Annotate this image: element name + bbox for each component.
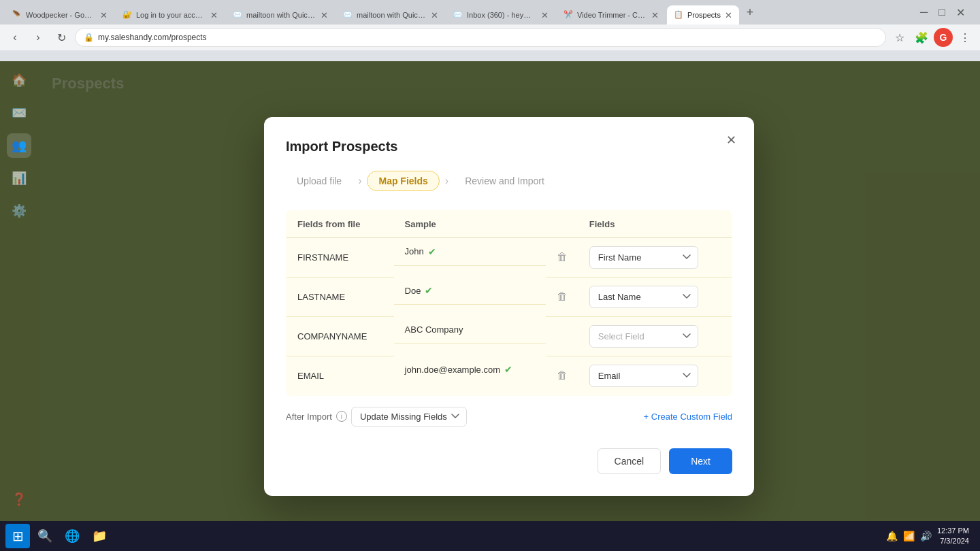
create-custom-field-link[interactable]: + Create Custom Field xyxy=(644,412,732,422)
field-select-cell-3: First NameLast NameEmailCompanyPhone xyxy=(578,356,732,395)
next-button[interactable]: Next xyxy=(669,448,732,474)
table-row: LASTNAMEDoe ✔🗑First NameLast NameEmailCo… xyxy=(287,277,732,316)
tab-label: Inbox (360) - hey@m... xyxy=(467,11,537,19)
more-options-icon[interactable]: ⋮ xyxy=(956,28,975,47)
table-row: COMPANYNAMEABC CompanySelect FieldFirst … xyxy=(287,316,732,356)
new-tab-button[interactable]: + xyxy=(740,3,760,22)
taskbar-search[interactable]: 🔍 xyxy=(33,524,57,548)
field-name-3: EMAIL xyxy=(287,356,394,395)
tab-t6[interactable]: ✂️ Video Trimmer - Cut... ✕ xyxy=(557,5,666,24)
step-map: Map Fields xyxy=(367,171,439,191)
tab-label: Woodpecker - Goog... xyxy=(26,11,96,19)
profile-icon[interactable]: G xyxy=(934,28,953,47)
tab-t1[interactable]: 🪶 Woodpecker - Goog... ✕ xyxy=(5,5,114,24)
step-upload-label: Upload file xyxy=(286,171,353,190)
tab-close-icon[interactable]: ✕ xyxy=(321,10,328,20)
back-button[interactable]: ‹ xyxy=(5,28,24,47)
col-header-delete xyxy=(546,210,578,237)
after-import-info-icon[interactable]: i xyxy=(336,411,347,422)
sample-value-3: john.doe@example.com ✔ xyxy=(394,356,546,383)
sidebar-icon-help[interactable]: ❓ xyxy=(7,487,31,512)
tab-label: mailtoon with Quick... xyxy=(357,11,427,19)
start-button[interactable]: ⊞ xyxy=(5,524,30,548)
field-select-1[interactable]: First NameLast NameEmailCompanyPhone xyxy=(589,286,698,308)
delete-cell-1: 🗑 xyxy=(546,277,578,316)
col-header-fields-from-file: Fields from file xyxy=(287,210,394,237)
tab-close-icon[interactable]: ✕ xyxy=(725,10,732,20)
tab-close-icon[interactable]: ✕ xyxy=(100,10,108,20)
taskbar-folder[interactable]: 📁 xyxy=(87,524,112,548)
tab-favicon: ✉️ xyxy=(343,10,353,20)
col-header-fields: Fields xyxy=(578,210,732,237)
tab-bar: 🪶 Woodpecker - Goog... ✕ 🔐 Log in to you… xyxy=(0,0,980,24)
clock-date: 7/3/2024 xyxy=(937,536,969,546)
check-icon: ✔ xyxy=(428,246,436,257)
maximize-button[interactable]: □ xyxy=(934,6,949,18)
field-select-cell-2: Select FieldFirst NameLast NameEmailComp… xyxy=(578,316,732,356)
sidebar-icon-prospects[interactable]: 👥 xyxy=(7,133,31,158)
sidebar-icon-home[interactable]: 🏠 xyxy=(7,68,31,93)
tab-close-icon[interactable]: ✕ xyxy=(210,10,218,20)
field-name-0: FIRSTNAME xyxy=(287,237,394,277)
tab-label: Video Trimmer - Cut... xyxy=(577,11,647,19)
main-content: 🏠 ✉️ 👥 📊 ⚙️ ❓ 👤 Prospects ✕ Import Prosp… xyxy=(0,61,980,551)
reload-button[interactable]: ↻ xyxy=(52,28,71,47)
after-import-select[interactable]: Update Missing FieldsSkip Existing Recor… xyxy=(351,407,467,427)
tab-label: Log in to your accou... xyxy=(136,11,206,19)
url-text: my.saleshandy.com/prospects xyxy=(98,33,207,42)
page-content: Prospects ✕ Import Prospects Upload file… xyxy=(38,61,980,551)
cancel-button[interactable]: Cancel xyxy=(598,448,662,474)
minimize-button[interactable]: ─ xyxy=(916,6,932,18)
field-select-3[interactable]: First NameLast NameEmailCompanyPhone xyxy=(589,365,698,387)
lock-icon: 🔒 xyxy=(84,33,94,42)
field-name-1: LASTNAME xyxy=(287,277,394,316)
tab-t3[interactable]: ✉️ mailtoon with Quick... ✕ xyxy=(226,5,335,24)
sidebar-icon-settings[interactable]: ⚙️ xyxy=(7,199,31,223)
step-review-label: Review and Import xyxy=(454,171,555,190)
tab-close-icon[interactable]: ✕ xyxy=(541,10,549,20)
field-select-2[interactable]: Select FieldFirst NameLast NameEmailComp… xyxy=(589,325,698,348)
sidebar-icon-analytics[interactable]: 📊 xyxy=(7,166,31,190)
tab-t7[interactable]: 📋 Prospects ✕ xyxy=(667,5,739,24)
step-upload: Upload file xyxy=(286,171,353,190)
tab-favicon: ✂️ xyxy=(564,10,573,20)
tray-wifi[interactable]: 📶 xyxy=(903,531,915,541)
tab-close-icon[interactable]: ✕ xyxy=(651,10,659,20)
stepper: Upload file › Map Fields › Review and Im… xyxy=(286,171,732,191)
tab-favicon: ✉️ xyxy=(453,10,463,20)
tray-notification[interactable]: 🔔 xyxy=(886,531,898,541)
delete-cell-0: 🗑 xyxy=(546,237,578,277)
taskbar: ⊞ 🔍 🌐 📁 🔔 📶 🔊 12:37 PM 7/3/2024 xyxy=(0,521,980,551)
nav-bar: ‹ › ↻ 🔒 my.saleshandy.com/prospects ☆ 🧩 … xyxy=(0,24,980,50)
extensions-icon[interactable]: 🧩 xyxy=(912,28,931,47)
taskbar-edge[interactable]: 🌐 xyxy=(60,524,84,548)
sidebar-icon-email[interactable]: ✉️ xyxy=(7,101,31,125)
taskbar-tray: 🔔 📶 🔊 12:37 PM 7/3/2024 xyxy=(881,526,975,547)
tab-t2[interactable]: 🔐 Log in to your accou... ✕ xyxy=(116,5,225,24)
table-row: EMAILjohn.doe@example.com ✔🗑First NameLa… xyxy=(287,356,732,395)
field-select-cell-0: First NameLast NameEmailCompanyPhone xyxy=(578,237,732,277)
tray-volume[interactable]: 🔊 xyxy=(920,531,932,541)
delete-icon-1[interactable]: 🗑 xyxy=(557,290,568,302)
delete-icon-3[interactable]: 🗑 xyxy=(557,369,568,381)
modal-backdrop: ✕ Import Prospects Upload file › Map Fie… xyxy=(38,61,980,551)
step-arrow-2: › xyxy=(445,175,448,187)
import-prospects-modal: ✕ Import Prospects Upload file › Map Fie… xyxy=(264,117,754,496)
bookmark-icon[interactable]: ☆ xyxy=(890,28,909,47)
tab-close-icon[interactable]: ✕ xyxy=(431,10,438,20)
modal-close-button[interactable]: ✕ xyxy=(721,131,740,150)
delete-icon-0[interactable]: 🗑 xyxy=(557,251,568,263)
delete-cell-3: 🗑 xyxy=(546,356,578,395)
tab-t5[interactable]: ✉️ Inbox (360) - hey@m... ✕ xyxy=(446,5,555,24)
browser-chrome: 🪶 Woodpecker - Goog... ✕ 🔐 Log in to you… xyxy=(0,0,980,61)
sidebar: 🏠 ✉️ 👥 📊 ⚙️ ❓ 👤 xyxy=(0,61,38,551)
step-map-label: Map Fields xyxy=(367,171,439,191)
address-bar[interactable]: 🔒 my.saleshandy.com/prospects xyxy=(75,28,886,47)
sample-value-0: John ✔ xyxy=(394,238,546,266)
close-button[interactable]: ✕ xyxy=(952,6,969,19)
forward-button[interactable]: › xyxy=(29,28,48,47)
tab-t4[interactable]: ✉️ mailtoon with Quick... ✕ xyxy=(336,5,445,24)
field-select-0[interactable]: First NameLast NameEmailCompanyPhone xyxy=(589,246,698,269)
tab-favicon: ✉️ xyxy=(233,10,242,20)
tab-label: Prospects xyxy=(687,11,721,19)
